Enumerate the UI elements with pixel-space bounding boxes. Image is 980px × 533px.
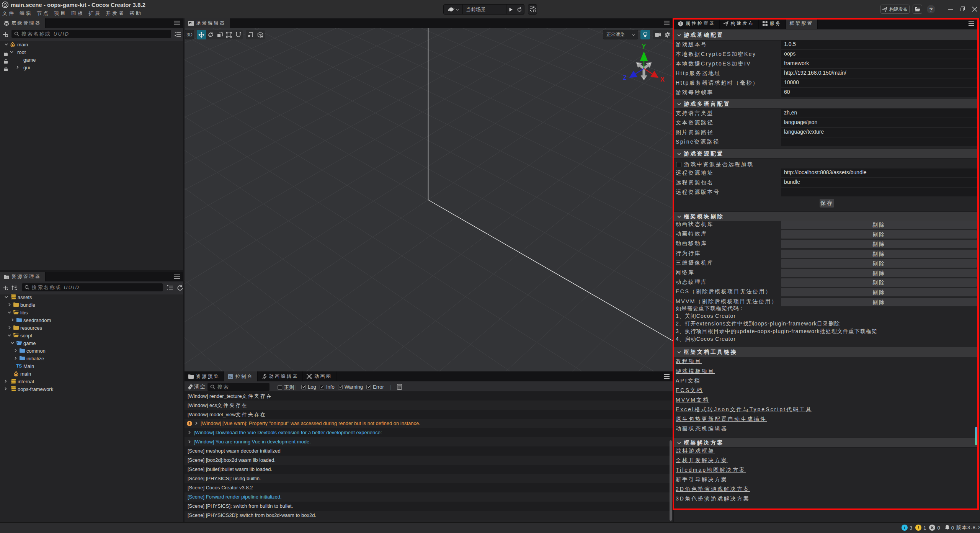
- svg-text:Y: Y: [642, 43, 646, 50]
- svg-text:X: X: [660, 76, 665, 83]
- svg-text:Z: Z: [623, 75, 627, 81]
